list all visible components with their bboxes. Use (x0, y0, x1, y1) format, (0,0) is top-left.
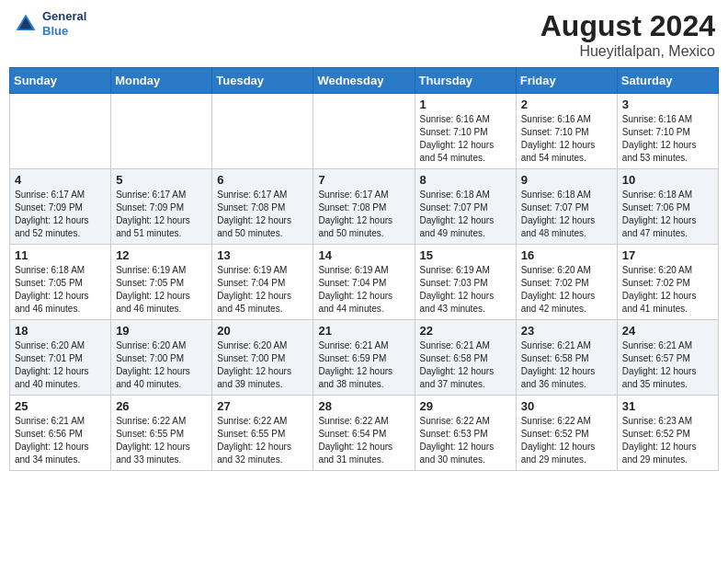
day-info: Sunrise: 6:19 AM Sunset: 7:04 PM Dayligh… (217, 264, 308, 316)
day-info: Sunrise: 6:21 AM Sunset: 6:58 PM Dayligh… (420, 339, 511, 391)
day-info: Sunrise: 6:18 AM Sunset: 7:07 PM Dayligh… (420, 189, 511, 240)
day-info: Sunrise: 6:20 AM Sunset: 7:02 PM Dayligh… (622, 264, 713, 316)
day-number: 7 (318, 173, 409, 187)
calendar-cell: 19Sunrise: 6:20 AM Sunset: 7:00 PM Dayli… (111, 320, 212, 396)
day-number: 28 (318, 399, 409, 413)
calendar-cell: 31Sunrise: 6:23 AM Sunset: 6:52 PM Dayli… (617, 396, 718, 471)
day-info: Sunrise: 6:17 AM Sunset: 7:08 PM Dayligh… (318, 189, 409, 240)
day-info: Sunrise: 6:17 AM Sunset: 7:08 PM Dayligh… (217, 189, 308, 240)
day-number: 15 (420, 248, 511, 262)
day-info: Sunrise: 6:19 AM Sunset: 7:03 PM Dayligh… (420, 264, 511, 316)
day-number: 29 (420, 399, 511, 413)
day-number: 20 (217, 324, 308, 338)
logo-blue: Blue (42, 24, 86, 39)
day-number: 4 (15, 173, 106, 187)
logo-icon (13, 11, 39, 37)
calendar-cell (212, 94, 313, 169)
logo: General Blue (13, 9, 86, 38)
calendar-cell: 24Sunrise: 6:21 AM Sunset: 6:57 PM Dayli… (617, 320, 718, 396)
day-number: 30 (521, 399, 612, 413)
column-header-monday: Monday (111, 68, 212, 94)
calendar-cell: 4Sunrise: 6:17 AM Sunset: 7:09 PM Daylig… (10, 169, 111, 245)
day-info: Sunrise: 6:16 AM Sunset: 7:10 PM Dayligh… (521, 113, 612, 165)
day-info: Sunrise: 6:21 AM Sunset: 6:58 PM Dayligh… (521, 339, 612, 391)
day-info: Sunrise: 6:23 AM Sunset: 6:52 PM Dayligh… (622, 415, 713, 466)
column-header-tuesday: Tuesday (212, 68, 313, 94)
day-info: Sunrise: 6:16 AM Sunset: 7:10 PM Dayligh… (420, 113, 511, 165)
day-number: 2 (521, 98, 612, 111)
day-number: 12 (116, 248, 207, 262)
day-info: Sunrise: 6:22 AM Sunset: 6:54 PM Dayligh… (318, 415, 409, 466)
calendar-cell: 28Sunrise: 6:22 AM Sunset: 6:54 PM Dayli… (313, 396, 415, 471)
day-number: 31 (622, 399, 713, 413)
calendar-cell: 14Sunrise: 6:19 AM Sunset: 7:04 PM Dayli… (313, 245, 415, 320)
calendar-week-4: 18Sunrise: 6:20 AM Sunset: 7:01 PM Dayli… (10, 320, 719, 396)
day-info: Sunrise: 6:22 AM Sunset: 6:53 PM Dayligh… (420, 415, 511, 466)
calendar-week-1: 1Sunrise: 6:16 AM Sunset: 7:10 PM Daylig… (10, 94, 719, 169)
day-number: 6 (217, 173, 308, 187)
column-header-sunday: Sunday (10, 68, 111, 94)
day-info: Sunrise: 6:22 AM Sunset: 6:52 PM Dayligh… (521, 415, 612, 466)
day-number: 11 (15, 248, 106, 262)
page-header: General Blue August 2024 Hueyitlalpan, M… (9, 9, 719, 60)
day-info: Sunrise: 6:18 AM Sunset: 7:05 PM Dayligh… (15, 264, 106, 316)
day-number: 13 (217, 248, 308, 262)
day-info: Sunrise: 6:19 AM Sunset: 7:05 PM Dayligh… (116, 264, 207, 316)
day-number: 5 (116, 173, 207, 187)
day-info: Sunrise: 6:22 AM Sunset: 6:55 PM Dayligh… (116, 415, 207, 466)
calendar-cell: 10Sunrise: 6:18 AM Sunset: 7:06 PM Dayli… (617, 169, 718, 245)
calendar-cell: 15Sunrise: 6:19 AM Sunset: 7:03 PM Dayli… (415, 245, 516, 320)
day-info: Sunrise: 6:18 AM Sunset: 7:06 PM Dayligh… (622, 189, 713, 240)
day-number: 19 (116, 324, 207, 338)
page-subtitle: Hueyitlalpan, Mexico (540, 43, 715, 60)
calendar-cell: 1Sunrise: 6:16 AM Sunset: 7:10 PM Daylig… (415, 94, 516, 169)
day-number: 10 (622, 173, 713, 187)
day-info: Sunrise: 6:20 AM Sunset: 7:00 PM Dayligh… (116, 339, 207, 391)
day-info: Sunrise: 6:20 AM Sunset: 7:02 PM Dayligh… (521, 264, 612, 316)
title-block: August 2024 Hueyitlalpan, Mexico (540, 9, 715, 60)
day-number: 26 (116, 399, 207, 413)
calendar-cell: 29Sunrise: 6:22 AM Sunset: 6:53 PM Dayli… (415, 396, 516, 471)
calendar-cell: 7Sunrise: 6:17 AM Sunset: 7:08 PM Daylig… (313, 169, 415, 245)
logo-text: General Blue (42, 9, 86, 38)
day-info: Sunrise: 6:22 AM Sunset: 6:55 PM Dayligh… (217, 415, 308, 466)
column-header-wednesday: Wednesday (313, 68, 415, 94)
calendar-cell: 26Sunrise: 6:22 AM Sunset: 6:55 PM Dayli… (111, 396, 212, 471)
day-number: 9 (521, 173, 612, 187)
calendar-week-3: 11Sunrise: 6:18 AM Sunset: 7:05 PM Dayli… (10, 245, 719, 320)
day-info: Sunrise: 6:18 AM Sunset: 7:07 PM Dayligh… (521, 189, 612, 240)
day-number: 27 (217, 399, 308, 413)
column-header-saturday: Saturday (617, 68, 718, 94)
day-number: 24 (622, 324, 713, 338)
day-number: 18 (15, 324, 106, 338)
column-header-friday: Friday (516, 68, 617, 94)
day-number: 21 (318, 324, 409, 338)
day-info: Sunrise: 6:17 AM Sunset: 7:09 PM Dayligh… (116, 189, 207, 240)
calendar-cell (111, 94, 212, 169)
calendar-cell: 17Sunrise: 6:20 AM Sunset: 7:02 PM Dayli… (617, 245, 718, 320)
day-info: Sunrise: 6:21 AM Sunset: 6:56 PM Dayligh… (15, 415, 106, 466)
day-info: Sunrise: 6:20 AM Sunset: 7:00 PM Dayligh… (217, 339, 308, 391)
calendar-cell (313, 94, 415, 169)
calendar-table: SundayMondayTuesdayWednesdayThursdayFrid… (9, 67, 719, 471)
day-info: Sunrise: 6:17 AM Sunset: 7:09 PM Dayligh… (15, 189, 106, 240)
day-info: Sunrise: 6:19 AM Sunset: 7:04 PM Dayligh… (318, 264, 409, 316)
day-info: Sunrise: 6:20 AM Sunset: 7:01 PM Dayligh… (15, 339, 106, 391)
calendar-cell: 30Sunrise: 6:22 AM Sunset: 6:52 PM Dayli… (516, 396, 617, 471)
calendar-cell: 11Sunrise: 6:18 AM Sunset: 7:05 PM Dayli… (10, 245, 111, 320)
day-info: Sunrise: 6:21 AM Sunset: 6:57 PM Dayligh… (622, 339, 713, 391)
page-title: August 2024 (540, 9, 715, 43)
day-number: 3 (622, 98, 713, 111)
calendar-cell: 2Sunrise: 6:16 AM Sunset: 7:10 PM Daylig… (516, 94, 617, 169)
day-number: 17 (622, 248, 713, 262)
calendar-cell: 25Sunrise: 6:21 AM Sunset: 6:56 PM Dayli… (10, 396, 111, 471)
calendar-cell: 8Sunrise: 6:18 AM Sunset: 7:07 PM Daylig… (415, 169, 516, 245)
calendar-cell: 22Sunrise: 6:21 AM Sunset: 6:58 PM Dayli… (415, 320, 516, 396)
calendar-cell: 21Sunrise: 6:21 AM Sunset: 6:59 PM Dayli… (313, 320, 415, 396)
day-number: 25 (15, 399, 106, 413)
calendar-cell: 20Sunrise: 6:20 AM Sunset: 7:00 PM Dayli… (212, 320, 313, 396)
calendar-cell: 18Sunrise: 6:20 AM Sunset: 7:01 PM Dayli… (10, 320, 111, 396)
day-number: 23 (521, 324, 612, 338)
calendar-week-2: 4Sunrise: 6:17 AM Sunset: 7:09 PM Daylig… (10, 169, 719, 245)
day-info: Sunrise: 6:21 AM Sunset: 6:59 PM Dayligh… (318, 339, 409, 391)
